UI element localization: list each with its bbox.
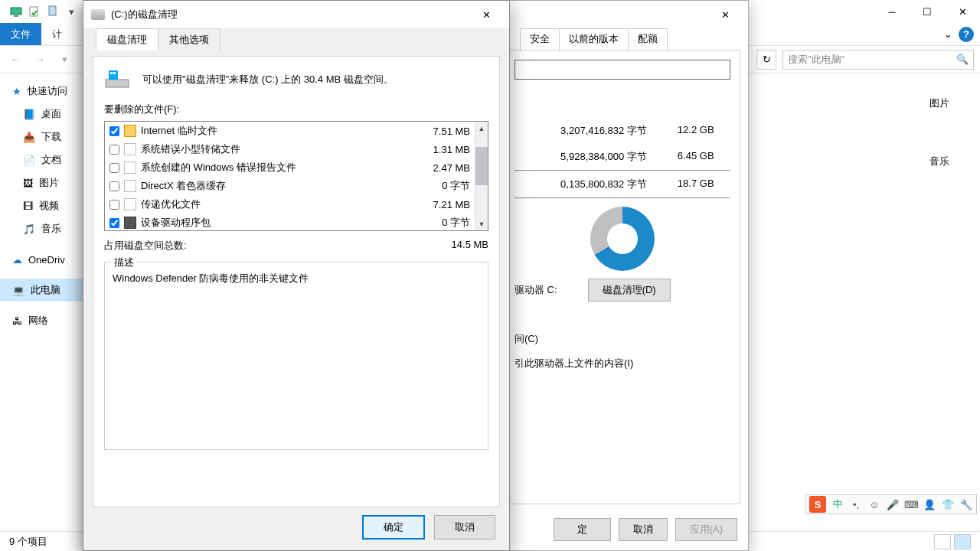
file-size: 1.31 MB [433,144,470,155]
file-size: 7.21 MB [433,199,470,210]
total-size: 14.5 MB [452,239,488,253]
search-icon[interactable]: 🔍 [956,54,969,65]
free-space-row: 5,928,384,000 字节 6.45 GB [514,144,730,170]
dc-ok-button[interactable]: 确定 [362,515,425,540]
view-tiles-button[interactable] [954,534,971,549]
tab-more-options[interactable]: 其他选项 [158,28,220,51]
files-list: Internet 临时文件7.51 MB系统错误小型转储文件1.31 MB系统创… [104,121,488,231]
dc-cancel-button[interactable]: 取消 [434,515,495,540]
file-type-icon [124,180,136,192]
tab-previous-versions[interactable]: 以前的版本 [559,28,629,51]
properties-close-button[interactable]: ✕ [710,3,740,26]
file-list-row[interactable]: 系统错误小型转储文件1.31 MB [105,140,475,158]
file-type-icon [124,125,136,137]
nav-back-button[interactable]: ← [6,51,24,69]
file-name: Internet 临时文件 [141,124,217,138]
file-list-row[interactable]: Internet 临时文件7.51 MB [105,122,475,140]
file-size: 0 字节 [442,179,470,193]
properties-icon[interactable] [28,5,41,18]
ime-mic-icon[interactable]: 🎤 [886,497,900,511]
used-space-row: 3,207,416,832 字节 12.2 GB [514,118,730,144]
disk-cleanup-button[interactable]: 磁盘清理(D) [588,279,671,302]
file-checkbox[interactable] [109,181,119,191]
file-size: 7.51 MB [433,126,470,137]
ime-skin-icon[interactable]: 👕 [941,497,955,511]
tab-security[interactable]: 安全 [520,28,560,51]
scroll-down-icon[interactable]: ▼ [475,217,488,230]
close-button[interactable]: ✕ [945,0,980,23]
file-name: 系统错误小型转储文件 [141,142,240,156]
dc-close-button[interactable]: ✕ [471,3,501,26]
ime-logo-icon[interactable]: S [809,496,826,513]
content-pictures[interactable]: 图片 [929,96,949,110]
file-name: DirectX 着色器缓存 [141,179,226,193]
cleanup-app-icon [104,67,132,92]
ribbon-tab-file[interactable]: 文件 [0,23,41,45]
svg-rect-4 [106,80,129,87]
file-size: 2.47 MB [433,162,470,174]
file-type-icon [124,161,136,174]
search-input[interactable]: 搜索"此电脑" 🔍 [782,50,974,70]
nav-forward-button[interactable]: → [31,51,49,69]
ime-tool-icon[interactable]: 🔧 [959,497,973,511]
file-checkbox[interactable] [109,218,119,228]
file-list-row[interactable]: DirectX 着色器缓存0 字节 [105,177,475,195]
ime-face-icon[interactable]: ☺ [867,497,881,511]
tab-quota[interactable]: 配额 [628,28,668,51]
svg-rect-1 [14,15,18,17]
capacity-row: 0,135,800,832 字节 18.7 GB [514,171,730,197]
description-group: 描述 Windows Defender 防病毒使用的非关键文件 [104,262,488,450]
drive-icon [91,9,105,20]
dc-body: 可以使用"磁盘清理"来释放 (C:) 上的 30.4 MB 磁盘空间。 要删除的… [93,56,500,507]
svg-rect-0 [11,8,21,15]
ime-toolbar[interactable]: S 中 •, ☺ 🎤 ⌨ 👤 👕 🔧 [805,494,977,514]
svg-rect-3 [49,6,56,15]
disk-usage-chart [590,207,655,271]
prop-ok-button[interactable]: 定 [554,518,611,541]
view-details-button[interactable] [934,534,951,549]
svg-rect-5 [109,70,118,80]
minimize-button[interactable]: ─ [874,0,910,23]
quick-access-toolbar: ▾ [6,5,78,18]
files-to-delete-label: 要删除的文件(F): [104,103,488,116]
qat-dropdown-icon[interactable]: ▾ [64,5,78,18]
index-option[interactable]: 引此驱动器上文件的内容(I) [514,357,730,370]
drive-c-label: 驱动器 C: [514,283,557,297]
status-text: 9 个项目 [9,535,47,549]
file-checkbox[interactable] [109,163,119,173]
ime-lang-button[interactable]: 中 [831,497,844,511]
ime-keyboard-icon[interactable]: ⌨ [904,497,918,511]
ime-person-icon[interactable]: 👤 [923,497,936,511]
drive-name-field[interactable] [514,60,730,80]
compress-option[interactable]: 间(C) [514,332,730,346]
file-list-row[interactable]: 系统创建的 Windows 错误报告文件2.47 MB [105,158,475,177]
refresh-button[interactable]: ↻ [756,50,776,70]
file-name: 传递优化文件 [141,197,201,211]
file-list-row[interactable]: 设备驱动程序包0 字节 [105,214,475,230]
maximize-button[interactable]: ☐ [910,0,945,23]
disk-cleanup-window: (C:)的磁盘清理 ✕ 磁盘清理 其他选项 可以使用"磁盘清理"来释放 (C:)… [83,0,510,551]
file-checkbox[interactable] [109,200,119,210]
tab-disk-cleanup[interactable]: 磁盘清理 [96,28,158,51]
doc-icon[interactable] [46,5,60,18]
file-name: 设备驱动程序包 [141,216,211,230]
ribbon-tab-computer[interactable]: 计 [41,23,73,45]
file-checkbox[interactable] [109,126,119,136]
ime-punct-icon[interactable]: •, [849,497,863,511]
content-music[interactable]: 音乐 [929,155,949,168]
total-space-row: 占用磁盘空间总数: 14.5 MB [104,239,488,253]
file-list-scrollbar[interactable]: ▲ ▼ [475,122,488,230]
ribbon-expand-icon[interactable]: ⌄ [944,28,952,40]
prop-cancel-button[interactable]: 取消 [619,518,668,541]
file-type-icon [124,143,136,155]
scroll-up-icon[interactable]: ▲ [475,122,488,135]
nav-dropdown-icon[interactable]: ▾ [55,51,74,69]
scroll-thumb[interactable] [475,147,488,185]
file-size: 0 字节 [442,216,470,230]
prop-apply-button[interactable]: 应用(A) [675,518,737,541]
file-checkbox[interactable] [109,145,119,155]
file-type-icon [124,217,136,229]
help-icon[interactable]: ? [959,27,974,42]
dc-titlebar[interactable]: (C:)的磁盘清理 ✕ [83,1,509,28]
file-list-row[interactable]: 传递优化文件7.21 MB [105,195,475,214]
